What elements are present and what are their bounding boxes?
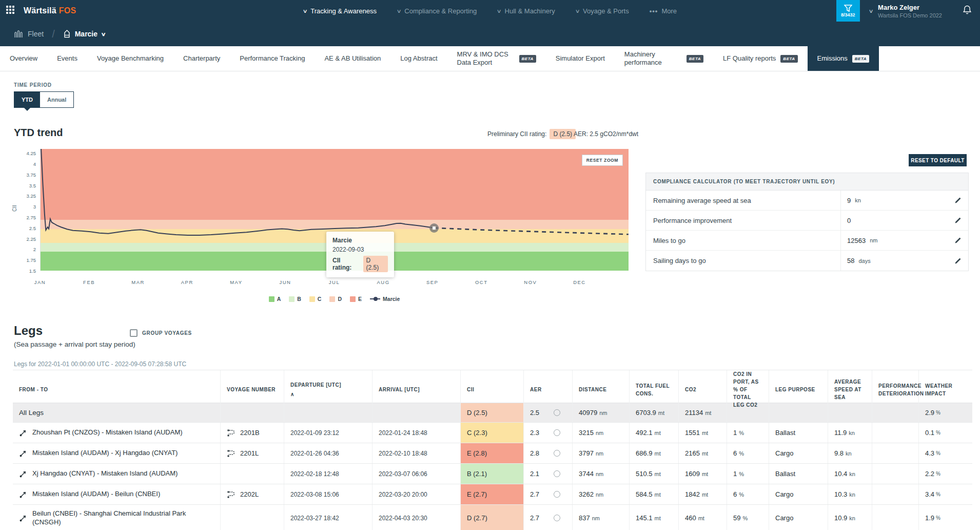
value: 3797 [579,449,594,457]
table-row[interactable]: Zhoushan Pt (CNZOS) - Mistaken Island (A… [13,423,972,443]
table-row[interactable]: Beilun (CNBEI) - Shanghai Chemical Indus… [13,505,972,530]
checkbox[interactable] [130,329,138,337]
nav-item-compliance-reporting[interactable]: ∨Compliance & Reporting [397,7,477,15]
voyage-icon [227,490,236,499]
calculator-row: Miles to go12563nm [646,231,968,251]
cell-performance-deterioration [872,484,919,504]
time-period-option-ytd[interactable]: YTD [14,92,40,107]
cell-performance-deterioration [872,403,919,422]
nav-item-label: Tracking & Awareness [310,7,377,15]
cell-cii: D (2.7) [461,505,524,530]
unit: mt [655,471,661,477]
info-icon[interactable] [554,450,560,457]
cell-average-speed: 10.3kn [828,484,872,504]
tab-simulator-export[interactable]: Simulator Export [546,46,615,71]
table-row[interactable]: Mistaken Island (AUDAM) - Xj Hangdao (CN… [13,443,972,464]
tab-voyage-benchmarking[interactable]: Voyage Benchmarking [87,46,173,71]
vessel-selector[interactable]: Marcie ∨ [63,30,106,38]
tab-emissions[interactable]: EmissionsBETA [808,46,879,71]
x-axis-labels: JANFEBMARAPRMAYJUNJULAUGSEPOCTNOVDEC [40,279,629,287]
unit: kn [849,471,855,477]
x-tick-dec: DEC [573,279,586,285]
cell-voyage-number: 2201B [221,423,284,443]
cell-voyage-number [221,464,284,484]
edit-button[interactable] [948,197,968,204]
column-header-label: PERFORMANCE DETERIORATION [878,382,912,398]
unit: nm [596,471,603,477]
fleet-filter-button[interactable]: 8/3432 [836,0,860,22]
cii-trend-chart[interactable]: RESET ZOOM Marcie 2022-09-03 CII rating:… [40,149,629,271]
tab-charterparty[interactable]: Charterparty [173,46,230,71]
main-nav: ∨Tracking & Awareness∨Compliance & Repor… [303,7,677,15]
nav-item-hull-machinery[interactable]: ∨Hull & Machinery [497,7,555,15]
product-name: FOS [59,6,76,15]
calculator-row-value: 12563nm [840,231,948,250]
cell-voyage-number: 2202L [221,484,284,504]
info-icon[interactable] [554,515,560,521]
cell-aer: 2.3 [524,423,573,443]
apps-grid-icon[interactable] [6,6,16,16]
calculator-row-label: Miles to go [646,237,840,244]
tab-machinery-performance[interactable]: Machinery performanceBETA [615,46,713,71]
tab-ae-ab-utilisation[interactable]: AE & AB Utilisation [315,46,390,71]
speed-value: 10.9 [834,514,847,522]
cell-voyage-number [221,505,284,530]
calculator-value-unit: nm [870,237,877,243]
info-icon[interactable] [554,429,560,436]
route-icon [19,514,27,522]
user-org: Wartsila FOS Demo 2022 [878,12,942,18]
nav-item-more[interactable]: •••More [650,7,677,15]
breadcrumb-fleet[interactable]: Fleet [13,30,44,38]
cell-aer: 2.1 [524,464,573,484]
top-right-cluster: 8/3432 ∨ Marko Zelger Wartsila FOS Demo … [836,0,980,22]
unit: kn [846,450,852,457]
cell-weather-impact: 1.9% [919,505,972,530]
tab-events[interactable]: Events [47,46,87,71]
info-icon[interactable] [554,409,560,416]
tab-performance-tracking[interactable]: Performance Tracking [230,46,315,71]
column-header-label: DEPARTURE [UTC] [290,381,366,389]
y-axis-ticks: 4.2543.753.53.2532.752.52.2521.751.5 [12,149,36,271]
value: 1609 [685,470,700,478]
unit: mt [655,450,661,457]
edit-button[interactable] [948,217,968,224]
reset-zoom-button[interactable]: RESET ZOOM [582,155,623,166]
value: 1 [733,470,737,478]
value: 3215 [579,429,594,437]
cell-distance: 3215nm [573,423,630,443]
tab-mrv-imo-dcs-data-export[interactable]: MRV & IMO DCS Data ExportBETA [447,46,546,71]
breadcrumb-separator: / [52,28,55,40]
reset-to-default-button[interactable]: RESET TO DEFAULT [909,154,967,166]
group-voyages-checkbox[interactable]: GROUP VOYAGES [130,329,192,337]
edit-button[interactable] [948,257,968,264]
time-period-option-annual[interactable]: Annual [40,92,73,107]
tab-lf-quality-reports[interactable]: LF Quality reportsBETA [713,46,808,71]
cell-aer: 2.8 [524,443,573,463]
aer-value: 2.3 [530,429,539,437]
tab-label: Charterparty [183,54,220,63]
nav-item-voyage-ports[interactable]: ∨Voyage & Ports [576,7,629,15]
nav-item-label: Hull & Machinery [505,7,555,15]
unit: % [739,430,744,436]
value: 837 [579,514,590,522]
user-menu[interactable]: Marko Zelger Wartsila FOS Demo 2022 [878,4,942,18]
nav-item-tracking-awareness[interactable]: ∨Tracking & Awareness [303,7,377,15]
table-row-all-legs[interactable]: All LegsD (2.5)2.540979nm6703.9mt21134mt… [13,403,972,423]
x-tick-feb: FEB [83,279,95,285]
percent-sign: % [936,450,940,456]
cell-weather-impact: 2.9% [919,403,972,422]
x-tick-mar: MAR [131,279,145,285]
table-row[interactable]: Xj Hangdao (CNYAT) - Mistaken Island (AU… [13,464,972,484]
edit-button[interactable] [948,237,968,244]
tab-overview[interactable]: Overview [0,46,47,71]
cell-arrival [373,403,461,422]
notifications-bell-icon[interactable] [963,5,972,17]
info-icon[interactable] [554,491,560,498]
info-icon[interactable] [554,470,560,477]
tab-log-abstract[interactable]: Log Abstract [390,46,447,71]
table-row[interactable]: Mistaken Island (AUDAM) - Beilun (CNBEI)… [13,484,972,505]
chevron-down-icon[interactable]: ∨ [868,8,873,14]
leg-purpose: Cargo [775,449,793,457]
value: 40979 [579,409,597,417]
preliminary-cii-label: Preliminary CII rating: [487,130,546,138]
